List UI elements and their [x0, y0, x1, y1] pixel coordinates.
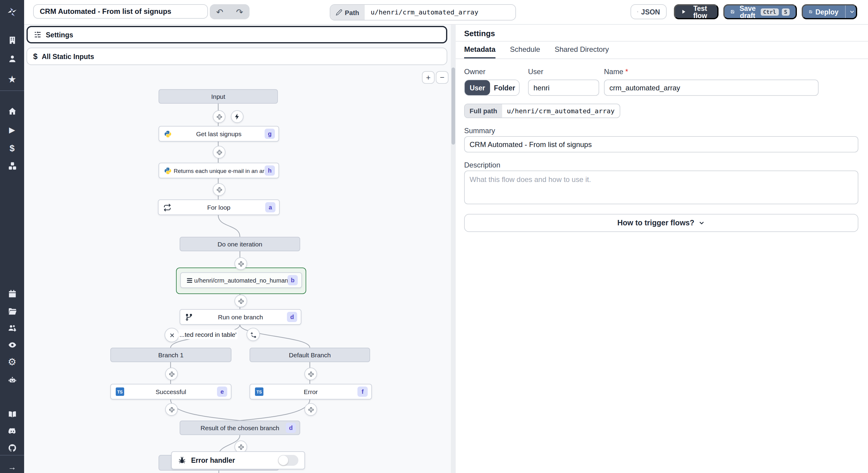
- flow-node-run-one-branch[interactable]: Run one branch d: [180, 309, 301, 325]
- node-label: Branch 1: [158, 351, 184, 358]
- tab-shared-directory[interactable]: Shared Directory: [555, 41, 609, 58]
- add-step-button[interactable]: [304, 368, 317, 380]
- plus-icon: [169, 372, 174, 376]
- audit-eye-icon[interactable]: [0, 338, 24, 351]
- schedules-calendar-icon[interactable]: [0, 287, 24, 300]
- plus-icon: [217, 150, 221, 155]
- github-icon[interactable]: [0, 441, 24, 454]
- favorites-star-icon[interactable]: ★: [0, 72, 24, 86]
- add-step-button[interactable]: [235, 295, 247, 307]
- plus-icon: [169, 407, 174, 412]
- kbd-ctrl: Ctrl: [761, 8, 778, 15]
- step-id-badge: g: [265, 129, 275, 139]
- node-label: Error: [304, 388, 318, 395]
- add-branch-button[interactable]: [247, 328, 260, 341]
- description-textarea[interactable]: [464, 170, 858, 204]
- panel-divider[interactable]: [451, 24, 456, 473]
- workspace-icon[interactable]: [0, 33, 24, 46]
- trigger-button-label: How to trigger flows?: [617, 219, 694, 227]
- windmill-logo-icon[interactable]: [0, 5, 24, 19]
- ai-robot-icon[interactable]: [0, 373, 24, 386]
- summary-input[interactable]: [464, 136, 858, 152]
- flow-node-successful[interactable]: TS Successful e: [110, 384, 231, 400]
- flow-node-crm-automated-no-human[interactable]: u/henri/crm_automated_no_human b: [180, 272, 302, 288]
- flow-node-for-loop[interactable]: For loop a: [158, 199, 280, 215]
- path-field[interactable]: Path u/henri/crm_automated_array: [330, 4, 516, 21]
- save-icon: [731, 8, 735, 15]
- flow-node-input[interactable]: Input: [158, 89, 278, 104]
- trigger-lightning-button[interactable]: [231, 110, 244, 123]
- kbd-s: S: [781, 8, 789, 15]
- settings-gear-icon[interactable]: ⚙: [0, 355, 24, 368]
- docs-book-icon[interactable]: [0, 407, 24, 420]
- repeat-loop-icon: [163, 203, 171, 211]
- python-icon: [164, 130, 172, 138]
- plus-icon: [217, 115, 221, 119]
- add-step-button[interactable]: [235, 257, 247, 270]
- add-step-button[interactable]: [165, 403, 178, 416]
- user-input[interactable]: [528, 80, 599, 96]
- remove-branch-button[interactable]: [164, 328, 179, 342]
- test-flow-button[interactable]: Test flow: [674, 4, 718, 19]
- plus-icon: [309, 372, 313, 376]
- redo-icon[interactable]: ↷: [236, 7, 243, 16]
- deploy-divider: [845, 5, 845, 18]
- node-label: Do one iteration: [218, 241, 262, 248]
- settings-panel: Settings Metadata Schedule Shared Direct…: [456, 24, 868, 473]
- name-label: Name *: [604, 67, 628, 76]
- variables-dollar-icon[interactable]: $: [0, 141, 24, 154]
- save-icon: [809, 8, 812, 15]
- name-input[interactable]: [604, 80, 818, 96]
- flow-node-unique-emails[interactable]: Returns each unique e-mail in an array h: [158, 163, 279, 178]
- owner-folder-option[interactable]: Folder: [490, 80, 519, 95]
- discord-icon[interactable]: [0, 424, 24, 437]
- file-json-icon: [637, 8, 638, 15]
- resources-cubes-icon[interactable]: [0, 159, 24, 172]
- add-step-button[interactable]: [213, 183, 225, 196]
- flow-title-input[interactable]: [33, 4, 208, 19]
- gear-glyph: ⚙: [8, 356, 17, 367]
- flow-node-result-of-chosen-branch[interactable]: Result of the chosen branch d: [180, 420, 300, 435]
- node-label: Default Branch: [289, 351, 331, 358]
- undo-icon[interactable]: ↶: [216, 7, 223, 16]
- runs-play-icon[interactable]: ▶: [0, 123, 24, 136]
- flow-node-get-last-signups[interactable]: Get last signups g: [158, 126, 279, 141]
- json-button[interactable]: JSON: [630, 4, 667, 19]
- collapse-arrow-right-icon[interactable]: →: [0, 460, 24, 473]
- scrollbar-thumb[interactable]: [452, 67, 455, 145]
- branch-plus-icon: [250, 331, 256, 338]
- flow-canvas[interactable]: Settings $ All Static Inputs + −: [24, 24, 451, 473]
- tab-schedule[interactable]: Schedule: [510, 41, 540, 58]
- save-draft-button[interactable]: Save draft Ctrl S: [723, 4, 797, 19]
- plus-icon: [309, 407, 313, 412]
- user-icon[interactable]: [0, 52, 24, 65]
- home-icon[interactable]: [0, 104, 24, 118]
- how-to-trigger-flows-button[interactable]: How to trigger flows?: [464, 214, 858, 232]
- pencil-icon: [336, 9, 342, 16]
- step-id-badge: a: [265, 202, 276, 212]
- add-step-button[interactable]: [213, 110, 225, 123]
- flow-node-branch-1[interactable]: Branch 1: [110, 348, 231, 362]
- step-id-badge: b: [287, 275, 298, 285]
- full-path-value: u/henri/crm_automated_array: [502, 104, 620, 118]
- folders-icon[interactable]: [0, 304, 24, 318]
- add-step-button[interactable]: [165, 368, 178, 380]
- flow-node-error[interactable]: TS Error f: [250, 384, 372, 400]
- tab-metadata[interactable]: Metadata: [464, 41, 495, 58]
- add-step-button[interactable]: [304, 403, 317, 416]
- add-step-button[interactable]: [213, 146, 225, 158]
- python-icon: [164, 167, 172, 175]
- flow-node-default-branch[interactable]: Default Branch: [250, 348, 370, 362]
- groups-users-gear-icon[interactable]: [0, 321, 24, 335]
- toggle-knob: [278, 455, 288, 465]
- chevron-down-icon[interactable]: [848, 8, 856, 15]
- flow-node-do-one-iteration[interactable]: Do one iteration: [180, 237, 300, 251]
- node-label: Get last signups: [196, 130, 242, 137]
- deploy-button[interactable]: Deploy: [802, 4, 857, 19]
- error-handler-toggle[interactable]: [278, 455, 299, 466]
- error-handler-card[interactable]: Error handler: [171, 451, 305, 469]
- sidebar: ★ ▶ $ ⚙: [0, 0, 24, 473]
- step-id-badge: e: [217, 386, 227, 397]
- node-label: Returns each unique e-mail in an array: [165, 167, 272, 174]
- owner-user-option[interactable]: User: [465, 80, 490, 95]
